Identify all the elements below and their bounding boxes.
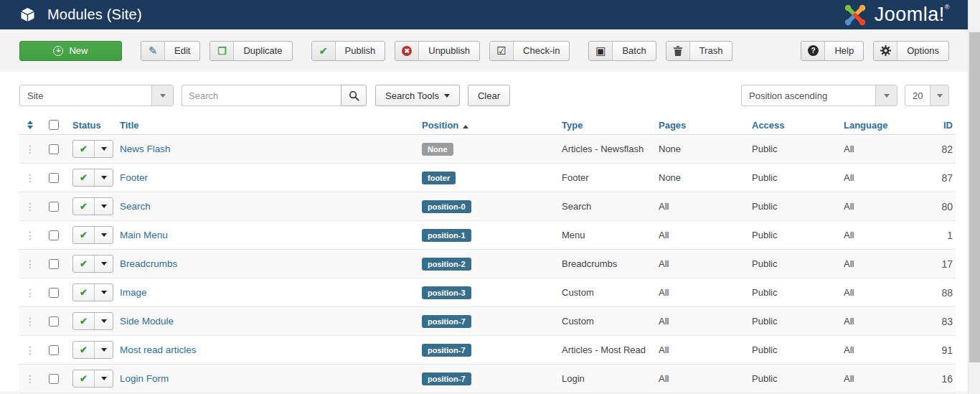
header-language[interactable]: Language	[844, 120, 887, 131]
status-dropdown-button[interactable]	[94, 169, 113, 186]
header-pages[interactable]: Pages	[659, 120, 686, 131]
status-published-icon[interactable]: ✔	[73, 313, 94, 329]
search-tools-label: Search Tools	[385, 90, 439, 101]
row-checkbox[interactable]	[49, 288, 59, 298]
select-all-checkbox[interactable]	[49, 120, 59, 130]
publish-button[interactable]: ✔ Publish	[311, 41, 386, 61]
position-badge: None	[422, 143, 453, 156]
header-access[interactable]: Access	[752, 120, 785, 131]
table-header-row: Status Title Position Type Pages Access …	[19, 116, 956, 135]
batch-button[interactable]: ▣ Batch	[588, 41, 656, 61]
drag-handle-icon[interactable]: ⋮	[25, 374, 35, 384]
module-title-link[interactable]: Login Form	[120, 373, 169, 384]
search-input[interactable]	[182, 85, 341, 106]
position-badge: position-1	[422, 229, 471, 242]
options-button[interactable]: Options	[873, 41, 949, 61]
pages-cell: All	[651, 316, 745, 327]
unpublish-button[interactable]: ✖ Unpublish	[395, 41, 480, 61]
help-button[interactable]: ? Help	[801, 41, 864, 61]
row-checkbox[interactable]	[49, 202, 59, 212]
pages-cell: All	[651, 373, 745, 384]
drag-handle-icon[interactable]: ⋮	[25, 144, 35, 154]
status-published-icon[interactable]: ✔	[73, 342, 94, 358]
id-cell: 88	[930, 287, 956, 299]
drag-handle-icon[interactable]: ⋮	[25, 288, 35, 298]
table-row: ⋮ ✔ News Flash None Articles - Newsflash…	[19, 135, 956, 164]
drag-handle-icon[interactable]: ⋮	[25, 202, 35, 212]
module-title-link[interactable]: Most read articles	[120, 344, 197, 355]
joomla-logo-text: Joomla!®	[875, 4, 950, 26]
position-badge: position-7	[422, 315, 471, 328]
module-title-link[interactable]: News Flash	[120, 144, 171, 154]
status-dropdown-button[interactable]	[94, 313, 113, 329]
vertical-scrollbar[interactable]	[968, 0, 980, 394]
row-checkbox[interactable]	[49, 173, 59, 183]
status-published-icon[interactable]: ✔	[73, 198, 94, 215]
status-published-icon[interactable]: ✔	[73, 227, 94, 243]
id-cell: 87	[930, 172, 956, 184]
scrollbar-thumb[interactable]	[969, 32, 980, 362]
row-checkbox[interactable]	[49, 259, 59, 269]
row-checkbox[interactable]	[49, 345, 59, 355]
module-title-link[interactable]: Side Module	[120, 316, 174, 327]
table-row: ⋮ ✔ Footer footer Footer None Public All…	[19, 164, 956, 192]
new-button[interactable]: + New	[19, 41, 122, 61]
row-checkbox[interactable]	[49, 374, 59, 384]
site-filter-value: Site	[20, 90, 151, 101]
chevron-down-icon	[875, 85, 897, 105]
module-title-link[interactable]: Image	[120, 287, 147, 298]
position-badge: footer	[422, 172, 456, 184]
drag-handle-icon[interactable]: ⋮	[25, 345, 35, 355]
duplicate-button[interactable]: ❐ Duplicate	[209, 41, 292, 61]
table-row: ⋮ ✔ Main Menu position-1 Menu All Public…	[19, 221, 956, 250]
trash-button[interactable]: Trash	[666, 41, 733, 61]
status-published-icon[interactable]: ✔	[73, 255, 94, 272]
status-published-icon[interactable]: ✔	[73, 141, 94, 157]
type-cell: Articles - Most Read	[555, 344, 651, 355]
header-id[interactable]: ID	[943, 120, 953, 131]
pages-cell: All	[651, 258, 745, 269]
header-status[interactable]: Status	[72, 120, 101, 131]
status-dropdown-button[interactable]	[94, 370, 113, 387]
drag-handle-icon[interactable]: ⋮	[25, 259, 35, 269]
drag-handle-icon[interactable]: ⋮	[25, 316, 35, 327]
status-dropdown-button[interactable]	[94, 255, 113, 272]
module-title-link[interactable]: Breadcrumbs	[120, 258, 177, 269]
header-type[interactable]: Type	[562, 120, 583, 131]
drag-handle-icon[interactable]: ⋮	[25, 230, 35, 240]
list-limit-select[interactable]: 20	[905, 85, 949, 106]
row-checkbox[interactable]	[49, 316, 59, 327]
search-submit-button[interactable]	[341, 85, 367, 106]
module-title-link[interactable]: Main Menu	[120, 230, 168, 240]
status-dropdown-button[interactable]	[94, 141, 113, 157]
row-checkbox[interactable]	[49, 144, 59, 154]
drag-handle-icon[interactable]: ⋮	[25, 173, 35, 183]
row-checkbox[interactable]	[49, 230, 59, 240]
sort-order-select[interactable]: Position ascending	[741, 85, 897, 106]
status-dropdown-button[interactable]	[94, 342, 113, 358]
status-published-icon[interactable]: ✔	[73, 284, 94, 301]
language-cell: All	[837, 316, 930, 327]
access-cell: Public	[745, 344, 837, 355]
trash-icon	[666, 42, 690, 60]
checkin-button[interactable]: ☑ Check-in	[489, 41, 570, 61]
header-title[interactable]: Title	[120, 120, 139, 131]
search-tools-button[interactable]: Search Tools	[375, 85, 460, 106]
module-title-link[interactable]: Search	[120, 201, 151, 212]
checkin-button-label: Check-in	[514, 42, 569, 60]
header-position[interactable]: Position	[422, 120, 458, 131]
status-dropdown-button[interactable]	[94, 227, 113, 243]
clear-button[interactable]: Clear	[468, 85, 510, 106]
status-published-icon[interactable]: ✔	[73, 169, 94, 186]
id-cell: 91	[930, 344, 956, 356]
unpublish-button-label: Unpublish	[419, 42, 479, 60]
edit-button[interactable]: ✎ Edit	[141, 41, 200, 61]
status-dropdown-button[interactable]	[94, 284, 113, 301]
status-published-icon[interactable]: ✔	[73, 370, 94, 387]
status-dropdown-button[interactable]	[94, 198, 113, 215]
site-filter-select[interactable]: Site	[19, 85, 174, 106]
module-title-link[interactable]: Footer	[120, 172, 148, 183]
page-title: Modules (Site)	[47, 6, 142, 23]
duplicate-icon: ❐	[210, 42, 234, 60]
ordering-sort-icon[interactable]	[27, 121, 33, 129]
